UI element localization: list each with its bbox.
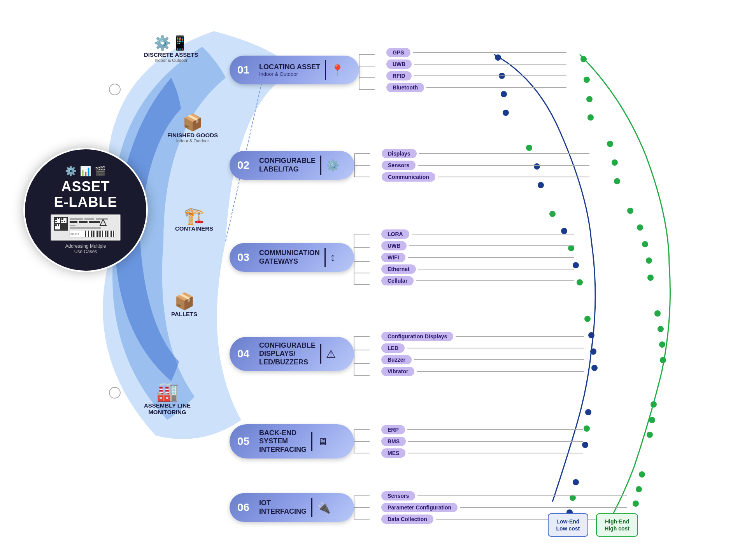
feature-pill-02: 02 CONFIGURABLELABEL/TAG ⚙️: [230, 151, 354, 180]
svg-rect-75: [85, 231, 86, 237]
sub-items-02: Displays Sensors Communication: [382, 149, 589, 182]
svg-point-14: [607, 141, 613, 147]
svg-rect-78: [90, 231, 90, 237]
segment-containers-label: CONTAINERS: [175, 225, 213, 232]
svg-point-6: [503, 110, 509, 116]
svg-rect-86: [102, 231, 103, 237]
feature-pill-05: 05 BACK-ENDSYSTEMINTERFACING 🖥: [230, 424, 354, 459]
feature-pill-03: 03 COMMUNICATIONGATEWAYS ↕: [230, 243, 354, 272]
sub-item-buzzer: Buzzer: [381, 355, 584, 364]
legend-low-end-line2: Low cost: [556, 525, 580, 532]
svg-point-10: [587, 114, 594, 121]
sub-item-uwb2: UWB: [381, 241, 574, 250]
sub-tag-sensors6: Sensors: [381, 491, 415, 500]
legend: Low-End Low cost High-End High cost: [548, 513, 638, 537]
feature-row-02: 02 CONFIGURABLELABEL/TAG ⚙️ Displays Sen…: [230, 148, 747, 183]
svg-rect-62: [63, 226, 65, 227]
sub-tag-bluetooth: Bluetooth: [386, 83, 424, 92]
center-circle: ⚙️ 📊 🎬 ASSET E-LABLE: [23, 148, 148, 272]
sub-item-bms: BMS: [381, 437, 583, 446]
svg-rect-79: [91, 231, 92, 237]
feature-row-05: 05 BACK-ENDSYSTEMINTERFACING 🖥 ERP BMS M…: [230, 424, 747, 459]
sub-item-mes: MES: [381, 448, 583, 458]
label-screen-mockup: ! OK-R12: [51, 214, 121, 241]
sub-item-rfid: RFID: [386, 71, 566, 80]
svg-rect-65: [96, 218, 108, 220]
svg-point-39: [649, 417, 655, 423]
svg-point-13: [538, 182, 544, 188]
svg-rect-56: [61, 221, 63, 222]
feature-pill-01: 01 LOCATING ASSET Indoor & Outdoor 📍: [230, 56, 359, 84]
svg-rect-63: [70, 218, 83, 220]
svg-point-35: [585, 409, 591, 415]
sub-item-sensors6: Sensors: [381, 491, 627, 500]
segment-discrete: ⚙️📱 DISCRETE ASSETS Indoor & Outdoor: [144, 35, 198, 63]
svg-text:OK-R12: OK-R12: [70, 233, 79, 235]
legend-low-end-line1: Low-End: [556, 518, 579, 525]
feature-title-05: BACK-ENDSYSTEMINTERFACING: [259, 429, 307, 454]
feature-row-03: 03 COMMUNICATIONGATEWAYS ↕ LORA UWB WIFI…: [230, 229, 747, 285]
segment-finished-label: FINISHED GOODS: [167, 132, 218, 138]
svg-rect-57: [64, 221, 65, 222]
center-title: ASSET: [61, 179, 110, 194]
sub-tag-uwb2: UWB: [381, 241, 407, 250]
svg-point-17: [549, 211, 556, 217]
sub-item-displays: Displays: [382, 149, 589, 158]
sub-tag-uwb1: UWB: [386, 60, 412, 69]
sub-tag-gps: GPS: [386, 48, 410, 57]
sub-tag-led: LED: [381, 343, 405, 353]
svg-point-0: [109, 84, 120, 95]
svg-point-27: [584, 316, 591, 322]
svg-rect-66: [70, 221, 77, 223]
sub-tag-sensors2: Sensors: [382, 161, 416, 170]
sub-item-ethernet: Ethernet: [381, 264, 574, 274]
feature-row-01: 01 LOCATING ASSET Indoor & Outdoor 📍 GPS…: [230, 47, 747, 93]
sub-tag-config-displays: Configuration Displays: [381, 332, 453, 341]
feature-title-03: COMMUNICATIONGATEWAYS: [259, 249, 320, 266]
feature-icon-04: ⚠: [326, 348, 339, 360]
svg-point-38: [651, 401, 657, 408]
feature-row-06: 06 IOTINTERFACING 🔌 Sensors Parameter Co…: [230, 490, 747, 525]
segment-assembly-label: ASSEMBLY LINE MONITORING: [132, 402, 202, 415]
segment-discrete-sublabel: Indoor & Outdoor: [155, 58, 188, 63]
svg-rect-60: [58, 224, 59, 225]
svg-rect-52: [55, 218, 57, 220]
sub-tag-cellular: Cellular: [381, 276, 414, 285]
feature-row-04: 04 CONFIGURABLEDISPLAYS/LED/BUZZERS ⚠ Co…: [230, 331, 747, 377]
svg-point-44: [639, 471, 645, 478]
feature-number-01: 01: [237, 64, 253, 76]
sub-item-cellular: Cellular: [381, 276, 574, 285]
svg-rect-53: [58, 218, 59, 219]
sub-item-erp: ERP: [381, 425, 583, 434]
svg-rect-82: [96, 231, 96, 237]
sub-tag-data-collection: Data Collection: [381, 514, 433, 524]
legend-low-end: Low-End Low cost: [548, 513, 589, 537]
svg-rect-87: [104, 231, 104, 237]
svg-text:!: !: [103, 222, 105, 225]
segment-finished-sublabel: Indoor & Outdoor: [176, 138, 209, 143]
feature-icon-06: 🔌: [317, 501, 334, 514]
sub-tag-rfid: RFID: [386, 71, 412, 80]
sub-item-lora: LORA: [381, 229, 574, 239]
sub-tag-bms: BMS: [381, 437, 406, 446]
svg-rect-91: [110, 231, 110, 237]
sub-item-bluetooth: Bluetooth: [386, 83, 566, 92]
svg-rect-93: [113, 231, 114, 237]
feature-pill-04: 04 CONFIGURABLEDISPLAYS/LED/BUZZERS ⚠: [230, 337, 354, 371]
sub-tag-lora: LORA: [381, 229, 409, 239]
svg-rect-54: [55, 221, 57, 222]
svg-point-22: [627, 208, 633, 214]
sub-item-uwb1: UWB: [386, 60, 566, 69]
svg-rect-67: [79, 221, 88, 223]
sub-item-config-displays: Configuration Displays: [381, 332, 584, 341]
sub-item-param-config: Parameter Configuration: [381, 503, 627, 512]
svg-rect-88: [105, 231, 106, 237]
svg-rect-69: [70, 225, 75, 226]
sub-tag-communication: Communication: [382, 172, 435, 182]
segment-assembly: 🏭 ASSEMBLY LINE MONITORING: [132, 381, 202, 415]
svg-rect-83: [97, 231, 98, 237]
sub-items-05: ERP BMS MES: [381, 425, 583, 458]
segment-containers: 🏗️ CONTAINERS: [175, 206, 213, 232]
svg-rect-68: [89, 221, 100, 223]
svg-point-9: [586, 96, 593, 102]
